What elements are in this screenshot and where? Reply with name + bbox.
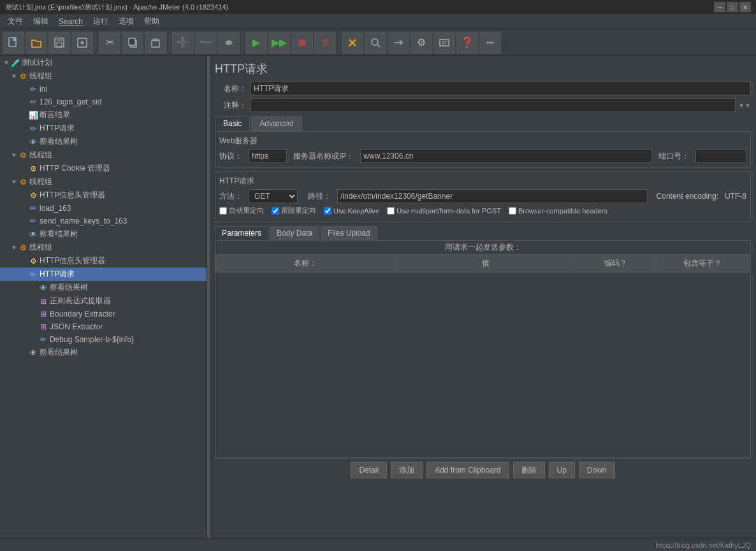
- checkbox-follow-redirect[interactable]: 跟随重定向: [272, 206, 316, 215]
- tb-collapse[interactable]: ➖: [195, 32, 217, 54]
- menu-edit[interactable]: 编辑: [28, 15, 54, 28]
- bottom-toolbar: Detail 添加 Add from Clipboard 删除 Up Down: [215, 458, 751, 481]
- tb-help[interactable]: ❓: [456, 32, 478, 54]
- auto-redirect-checkbox[interactable]: [219, 207, 227, 215]
- tb-config[interactable]: ⚙: [411, 32, 432, 54]
- tree-item-assert[interactable]: ▶ 📊 断言结果: [0, 108, 207, 122]
- tb-remote-start[interactable]: [388, 32, 409, 54]
- tb-start-no-pause[interactable]: ▶▶: [268, 32, 290, 54]
- menu-search[interactable]: Search: [54, 16, 88, 27]
- tb-save[interactable]: [48, 32, 70, 54]
- menu-run[interactable]: 运行: [88, 15, 113, 28]
- protocol-input[interactable]: [249, 149, 287, 163]
- keepalive-checkbox[interactable]: [324, 207, 331, 215]
- tree-item-send-keys[interactable]: ▶ ✏ send_name_keys_to_163: [0, 215, 207, 227]
- svg-rect-2: [57, 38, 62, 41]
- method-select[interactable]: GET POST PUT DELETE: [249, 189, 298, 203]
- param-tab-parameters[interactable]: Parameters: [215, 226, 268, 240]
- title-bar: 测试计划.jmx (E:\jmxfiles\测试计划.jmx) - Apache…: [0, 0, 756, 14]
- tree-item-test-plan[interactable]: ▼ 🧪 测试计划: [0, 56, 207, 69]
- tree-item-cookie-mgr[interactable]: ▶ ⚙ HTTP Cookie 管理器: [0, 162, 207, 175]
- menu-help[interactable]: 帮助: [139, 15, 164, 28]
- tree-item-thread-group-2[interactable]: ▼ ⚙ 线程组: [0, 148, 207, 162]
- tb-clear[interactable]: [342, 32, 363, 54]
- tree-item-view-tree-4[interactable]: ▶ 👁 察看结果树: [0, 346, 207, 359]
- tree-item-header-mgr-1[interactable]: ▶ ⚙ HTTP信息头管理器: [0, 189, 207, 202]
- expand-arrow: ▼: [3, 59, 10, 66]
- browser-headers-label: Browser-compatible headers: [518, 207, 607, 215]
- browser-headers-checkbox[interactable]: [509, 207, 516, 215]
- config-icon: ⚙: [28, 190, 38, 201]
- tree-item-thread-group-1[interactable]: ▼ ⚙ 线程组: [0, 69, 207, 83]
- tb-extra[interactable]: [479, 32, 501, 54]
- path-input[interactable]: [337, 189, 648, 203]
- tb-expand[interactable]: ➕: [172, 32, 194, 54]
- menu-file[interactable]: 文件: [3, 15, 28, 28]
- tb-copy[interactable]: [122, 32, 143, 54]
- tree-item-thread-group-3[interactable]: ▼ ⚙ 线程组: [0, 175, 207, 189]
- param-tab-body[interactable]: Body Data: [270, 226, 319, 240]
- port-input[interactable]: [695, 149, 746, 163]
- checkbox-browser-headers[interactable]: Browser-compatible headers: [509, 207, 607, 215]
- tree-item-http-req-selected[interactable]: ▶ ✏ HTTP请求: [0, 268, 207, 281]
- http-request-title: HTTP请求: [219, 176, 746, 187]
- tree-item-view-tree-3[interactable]: ▶ 👁 察看结果树: [0, 281, 207, 294]
- tree-item-view-tree-1[interactable]: ▶ 👁 察看结果树: [0, 135, 207, 148]
- down-button[interactable]: Down: [579, 462, 615, 478]
- tree-label: 线程组: [29, 242, 52, 253]
- tb-search[interactable]: [365, 32, 386, 54]
- tree-label: HTTP Cookie 管理器: [40, 163, 110, 174]
- tb-stop[interactable]: ⏹: [291, 32, 313, 54]
- tree-item-view-tree-2[interactable]: ▶ 👁 察看结果树: [0, 227, 207, 241]
- tree-item-boundary-extractor[interactable]: ▶ ⊞ Boundary Extractor: [0, 308, 207, 320]
- minimize-button[interactable]: ─: [714, 2, 725, 12]
- tree-item-regex-extractor[interactable]: ▶ ⊞ 正则表达式提取器: [0, 294, 207, 308]
- tree-label: Debug Sampler-b-${info}: [50, 335, 134, 344]
- server-input[interactable]: [360, 149, 652, 163]
- tree-item-json-extractor[interactable]: ▶ ⊞ JSON Extractor: [0, 320, 207, 333]
- tree-item-load-163[interactable]: ▶ ✏ load_163: [0, 202, 207, 215]
- menu-options[interactable]: 选项: [113, 15, 139, 28]
- multipart-checkbox[interactable]: [387, 207, 395, 215]
- delete-button[interactable]: 删除: [513, 462, 545, 478]
- tb-paste[interactable]: [145, 32, 166, 54]
- encoding-value: UTF-8: [725, 192, 746, 201]
- tb-cut[interactable]: ✂: [99, 32, 120, 54]
- comment-input[interactable]: [251, 98, 736, 112]
- tb-toggle[interactable]: [218, 32, 240, 54]
- follow-redirect-checkbox[interactable]: [272, 207, 279, 215]
- close-button[interactable]: ✕: [739, 2, 751, 12]
- tb-open[interactable]: [25, 32, 47, 54]
- add-clipboard-button[interactable]: Add from Clipboard: [426, 462, 509, 478]
- method-label: 方法：: [219, 191, 242, 202]
- tb-shutdown[interactable]: ⏸: [314, 32, 336, 54]
- maximize-button[interactable]: □: [727, 2, 738, 12]
- tree-item-http-req-1[interactable]: ▶ ✏ HTTP请求: [0, 122, 207, 135]
- param-tab-files[interactable]: Files Upload: [321, 226, 377, 240]
- tb-saveas[interactable]: [71, 32, 93, 54]
- encoding-label: Content encoding:: [657, 192, 718, 201]
- add-button[interactable]: 添加: [391, 462, 423, 478]
- detail-button[interactable]: Detail: [351, 462, 387, 478]
- tb-log[interactable]: [433, 32, 455, 54]
- tree-item-header-mgr-2[interactable]: ▶ ⚙ HTTP信息头管理器: [0, 254, 207, 268]
- svg-rect-3: [57, 43, 62, 47]
- name-input[interactable]: [251, 82, 751, 96]
- tree-item-thread-group-4[interactable]: ▼ ⚙ 线程组: [0, 241, 207, 254]
- sampler-icon: ✏: [28, 124, 38, 134]
- tree-label: 线程组: [29, 150, 52, 161]
- tb-new[interactable]: [3, 32, 24, 54]
- tab-basic[interactable]: Basic: [215, 116, 250, 131]
- tb-run[interactable]: ▶: [245, 32, 267, 54]
- http-req-row: 方法： GET POST PUT DELETE 路径： Content enco…: [219, 189, 746, 203]
- tree-item-login[interactable]: ▶ ✏ 126_login_get_sid: [0, 96, 207, 108]
- up-button[interactable]: Up: [549, 462, 575, 478]
- tree-item-debug-sampler[interactable]: ▶ ✏ Debug Sampler-b-${info}: [0, 333, 207, 346]
- checkbox-auto-redirect[interactable]: 自动重定向: [219, 206, 264, 215]
- checkbox-keepalive[interactable]: Use KeepAlive: [324, 207, 379, 215]
- params-header: 名称： 值 编码？ 包含等于？: [215, 255, 750, 273]
- checkbox-multipart[interactable]: Use multipart/form-data for POST: [387, 207, 501, 215]
- tab-advanced[interactable]: Advanced: [251, 116, 302, 131]
- tree-item-ini[interactable]: ▶ ✏ ini: [0, 83, 207, 96]
- params-send-label: 同请求一起发送参数：: [215, 241, 750, 255]
